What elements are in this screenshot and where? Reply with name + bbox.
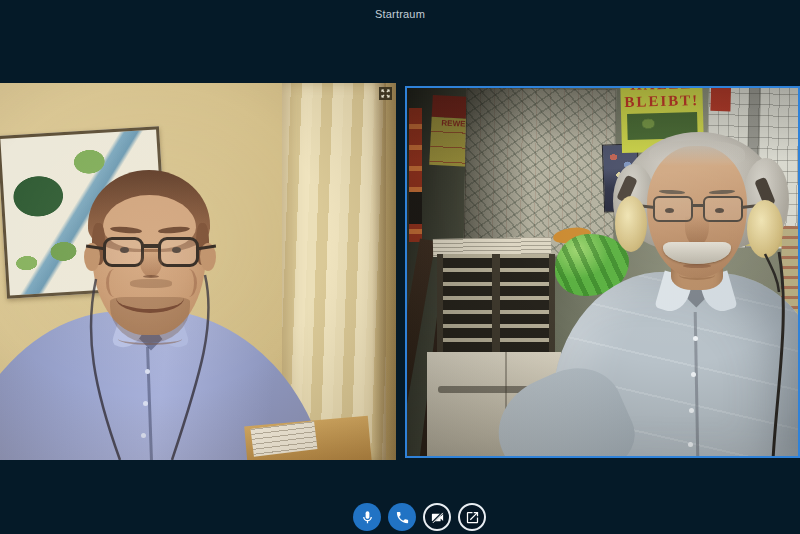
camera-off-icon (430, 510, 445, 525)
right-video-scene: REWE HALLE BLEIBT! (407, 88, 798, 456)
share-screen-icon (465, 510, 480, 525)
left-video-scene (0, 83, 396, 460)
share-screen-button[interactable] (458, 503, 486, 531)
microphone-button[interactable] (353, 503, 381, 531)
call-window: Startraum (0, 0, 800, 534)
earphone-cable (0, 83, 396, 460)
microphone-icon (360, 510, 375, 525)
video-tile-right-active[interactable]: REWE HALLE BLEIBT! (405, 86, 800, 458)
phone-button[interactable] (388, 503, 416, 531)
video-tile-left[interactable] (0, 83, 396, 460)
phone-icon (395, 510, 410, 525)
camera-off-button[interactable] (423, 503, 451, 531)
expand-icon[interactable] (379, 87, 392, 100)
call-controls (353, 503, 486, 531)
expand-arrows-glyph (381, 89, 390, 98)
room-title: Startraum (0, 8, 800, 20)
headphone-cable (407, 88, 800, 458)
